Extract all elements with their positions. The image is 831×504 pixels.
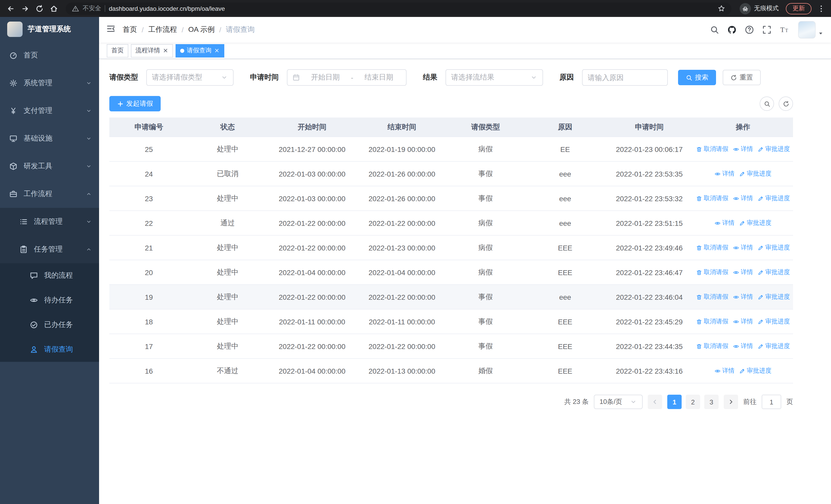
- table-row[interactable]: 23处理中2022-01-03 00:00:002022-01-26 00:00…: [109, 186, 793, 211]
- approval-progress-link[interactable]: 审批进度: [739, 219, 771, 227]
- detail-link[interactable]: 详情: [715, 219, 735, 227]
- tab[interactable]: 请假查询: [175, 44, 224, 57]
- approval-progress-link[interactable]: 审批进度: [739, 366, 771, 375]
- detail-link[interactable]: 详情: [715, 169, 735, 178]
- page-size-select[interactable]: 10条/页: [594, 395, 642, 409]
- sidebar-item[interactable]: 已办任务: [0, 313, 99, 337]
- cancel-leave-link[interactable]: 取消请假: [696, 145, 728, 153]
- sidebar-item[interactable]: 我的流程: [0, 263, 99, 288]
- approval-progress-link[interactable]: 审批进度: [757, 268, 790, 277]
- cancel-leave-link[interactable]: 取消请假: [696, 268, 728, 277]
- page-button[interactable]: 2: [686, 395, 700, 409]
- table-row[interactable]: 17处理中2022-01-22 00:00:002022-01-22 00:00…: [109, 334, 793, 359]
- approval-progress-link[interactable]: 审批进度: [757, 145, 790, 153]
- browser-menu-button[interactable]: [815, 3, 827, 14]
- detail-link[interactable]: 详情: [733, 342, 753, 351]
- sidebar-item[interactable]: 系统管理: [0, 69, 99, 97]
- breadcrumb-item[interactable]: OA 示例: [189, 25, 215, 34]
- approval-progress-link[interactable]: 审批进度: [757, 293, 790, 301]
- table-row[interactable]: 22通过2022-01-22 00:00:002022-01-22 00:00:…: [109, 211, 793, 236]
- detail-link[interactable]: 详情: [733, 268, 753, 277]
- browser-reload-button[interactable]: [33, 2, 46, 15]
- apply-time-range-picker[interactable]: 开始日期 - 结束日期: [287, 69, 406, 86]
- reset-button[interactable]: 重置: [723, 70, 761, 85]
- prev-page-button[interactable]: [648, 395, 662, 409]
- page-button[interactable]: 3: [704, 395, 719, 409]
- sidebar-item[interactable]: 工作流程: [0, 180, 99, 208]
- sidebar-toggle-button[interactable]: [99, 24, 123, 35]
- table-cell: 事假: [447, 309, 524, 334]
- table-row[interactable]: 16不通过2022-01-04 00:00:002022-01-13 00:00…: [109, 359, 793, 383]
- goto-label: 前往: [743, 397, 756, 407]
- sidebar-item[interactable]: 研发工具: [0, 152, 99, 180]
- cancel-leave-link[interactable]: 取消请假: [696, 243, 728, 252]
- create-leave-button[interactable]: 发起请假: [109, 96, 161, 111]
- eye-icon: [733, 195, 739, 202]
- address-bar[interactable]: 不安全 dashboard.yudao.iocoder.cn/bpm/oa/le…: [66, 2, 732, 14]
- sidebar-logo[interactable]: 芋道管理系统: [0, 17, 99, 41]
- approval-progress-link[interactable]: 审批进度: [739, 169, 771, 178]
- leave-type-select[interactable]: 请选择请假类型: [146, 69, 233, 86]
- cancel-leave-link[interactable]: 取消请假: [696, 194, 728, 203]
- page-button[interactable]: 1: [667, 395, 682, 409]
- help-button[interactable]: [741, 21, 758, 38]
- security-label[interactable]: 不安全: [83, 4, 101, 13]
- table-row[interactable]: 24已取消2022-01-03 00:00:002022-01-26 00:00…: [109, 162, 793, 186]
- cancel-leave-link[interactable]: 取消请假: [696, 342, 728, 351]
- browser-home-button[interactable]: [47, 2, 61, 15]
- warning-icon: [72, 5, 79, 12]
- action-label: 取消请假: [704, 268, 728, 277]
- chevron-up-icon: [86, 246, 92, 253]
- sidebar-item[interactable]: 任务管理: [0, 236, 99, 263]
- reason-input[interactable]: [582, 69, 668, 86]
- browser-forward-button[interactable]: [19, 2, 32, 15]
- table-row[interactable]: 20处理中2022-01-04 00:00:002022-01-04 00:00…: [109, 260, 793, 285]
- detail-link[interactable]: 详情: [733, 194, 753, 203]
- sidebar-item[interactable]: 流程管理: [0, 208, 99, 236]
- tab[interactable]: 首页: [107, 44, 128, 57]
- browser-back-button[interactable]: [4, 2, 18, 15]
- table-row[interactable]: 25处理中2021-12-27 00:00:002022-01-19 00:00…: [109, 137, 793, 162]
- search-button[interactable]: 搜索: [678, 70, 716, 85]
- sidebar-item[interactable]: 待办任务: [0, 288, 99, 313]
- table-row[interactable]: 19处理中2022-01-22 00:00:002022-01-22 00:00…: [109, 285, 793, 309]
- sidebar-item[interactable]: 基础设施: [0, 125, 99, 152]
- cancel-leave-link[interactable]: 取消请假: [696, 317, 728, 326]
- approval-progress-link[interactable]: 审批进度: [757, 243, 790, 252]
- detail-link[interactable]: 详情: [733, 293, 753, 301]
- bookmark-star-icon[interactable]: [718, 5, 725, 12]
- result-select[interactable]: 请选择流结果: [446, 69, 543, 86]
- svg-text:T: T: [780, 26, 785, 34]
- url-text[interactable]: dashboard.yudao.iocoder.cn/bpm/oa/leave: [109, 5, 714, 12]
- update-button[interactable]: 更新: [786, 3, 811, 14]
- refresh-button[interactable]: [779, 96, 793, 111]
- sidebar-item[interactable]: 首页: [0, 41, 99, 69]
- github-button[interactable]: [723, 21, 741, 38]
- breadcrumb-item[interactable]: 首页: [123, 25, 137, 34]
- detail-link[interactable]: 详情: [715, 366, 735, 375]
- sidebar-item[interactable]: 支付管理: [0, 97, 99, 125]
- fullscreen-button[interactable]: [758, 21, 776, 38]
- user-menu[interactable]: [798, 21, 824, 38]
- tab[interactable]: 流程详情: [131, 44, 173, 57]
- table-row[interactable]: 21处理中2022-01-22 00:00:002022-01-23 00:00…: [109, 236, 793, 260]
- approval-progress-link[interactable]: 审批进度: [757, 342, 790, 351]
- goto-page-input[interactable]: [762, 395, 781, 409]
- table-cell: 处理中: [189, 285, 267, 309]
- next-page-button[interactable]: [724, 395, 738, 409]
- search-button[interactable]: [760, 96, 774, 111]
- tabbar: 首页流程详情请假查询: [99, 42, 831, 59]
- search-button[interactable]: [706, 21, 723, 38]
- approval-progress-link[interactable]: 审批进度: [757, 317, 790, 326]
- cancel-leave-link[interactable]: 取消请假: [696, 293, 728, 301]
- breadcrumb-item[interactable]: 工作流程: [148, 25, 177, 34]
- sidebar-item[interactable]: 请假查询: [0, 337, 99, 362]
- table-row[interactable]: 18处理中2022-01-11 00:00:002022-01-11 00:00…: [109, 309, 793, 334]
- detail-link[interactable]: 详情: [733, 317, 753, 326]
- table-cell: 25: [109, 137, 189, 161]
- avatar: [798, 21, 815, 38]
- approval-progress-link[interactable]: 审批进度: [757, 194, 790, 203]
- detail-link[interactable]: 详情: [733, 145, 753, 153]
- font-size-button[interactable]: TT: [776, 21, 793, 38]
- detail-link[interactable]: 详情: [733, 243, 753, 252]
